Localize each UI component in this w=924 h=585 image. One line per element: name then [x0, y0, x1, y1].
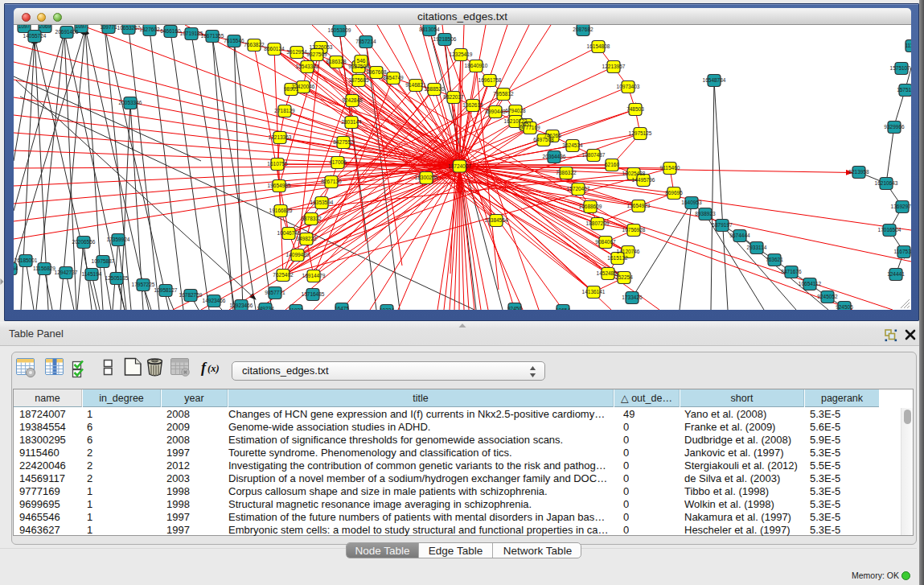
svg-text:763621: 763621: [766, 257, 783, 262]
svg-text:8267130: 8267130: [321, 179, 342, 184]
svg-text:10654112: 10654112: [799, 281, 822, 286]
svg-text:8878332: 8878332: [301, 216, 322, 221]
svg-text:13716485: 13716485: [302, 291, 325, 297]
svg-text:14120746: 14120746: [617, 249, 640, 254]
svg-text:18807299: 18807299: [586, 220, 610, 226]
svg-text:20364436: 20364436: [543, 154, 566, 159]
svg-text:16353594: 16353594: [310, 200, 334, 205]
svg-text:9115460: 9115460: [660, 165, 680, 171]
svg-text:2933114: 2933114: [747, 245, 767, 250]
svg-text:18640910: 18640910: [465, 63, 488, 68]
svg-text:2803144: 2803144: [341, 119, 362, 125]
svg-text:18300295: 18300295: [415, 175, 438, 180]
svg-text:1733426: 1733426: [622, 295, 643, 300]
svg-text:252254: 252254: [615, 274, 633, 280]
svg-text:6497508: 6497508: [533, 137, 554, 142]
svg-text:10756928: 10756928: [622, 227, 646, 233]
svg-text:3875685: 3875685: [348, 77, 369, 83]
svg-text:869695: 869695: [665, 190, 683, 196]
svg-text:10046748: 10046748: [277, 230, 301, 236]
svg-text:17957225: 17957225: [132, 282, 155, 287]
svg-text:10807487: 10807487: [582, 152, 606, 158]
svg-text:19384554: 19384554: [485, 217, 508, 223]
svg-text:7663822: 7663822: [244, 42, 265, 47]
svg-text:9245052: 9245052: [817, 294, 838, 299]
svg-text:11923: 11923: [289, 307, 303, 310]
svg-text:11156829: 11156829: [33, 266, 55, 271]
svg-text:2967608: 2967608: [366, 69, 387, 75]
svg-text:10653267: 10653267: [117, 25, 141, 31]
svg-text:16475: 16475: [335, 306, 349, 310]
svg-text:9242848: 9242848: [342, 97, 363, 103]
svg-text:8660124: 8660124: [264, 46, 285, 51]
svg-text:12975125: 12975125: [629, 130, 652, 136]
svg-text:14923466: 14923466: [203, 298, 226, 303]
svg-text:20053346: 20053346: [119, 100, 142, 105]
svg-text:14099489: 14099489: [286, 252, 310, 257]
svg-text:f: f: [201, 360, 207, 376]
svg-text:14055724: 14055724: [23, 33, 47, 39]
svg-text:109771: 109771: [100, 25, 117, 30]
svg-text:2718129: 2718129: [274, 108, 295, 113]
svg-text:11123: 11123: [905, 43, 911, 48]
svg-text:16210643: 16210643: [875, 180, 898, 186]
svg-text:19654985: 19654985: [268, 183, 291, 188]
svg-text:13692971: 13692971: [891, 204, 911, 209]
svg-text:1615132: 1615132: [607, 255, 628, 261]
svg-text:8990448: 8990448: [485, 109, 506, 114]
svg-text:8186328: 8186328: [326, 59, 347, 64]
svg-text:10973403: 10973403: [617, 84, 640, 89]
svg-text:7615546: 7615546: [224, 38, 244, 43]
svg-text:20691406: 20691406: [55, 29, 79, 35]
svg-text:2087682: 2087682: [573, 27, 593, 32]
svg-text:9674444: 9674444: [729, 233, 750, 238]
svg-text:3624534: 3624534: [562, 142, 583, 148]
svg-text:1588520: 1588520: [424, 86, 445, 92]
svg-text:19218506: 19218506: [433, 36, 457, 42]
svg-text:13226053: 13226053: [310, 44, 333, 50]
svg-text:15720407: 15720407: [567, 186, 590, 192]
svg-text:39154: 39154: [14, 266, 18, 271]
svg-text:1097: 1097: [76, 25, 88, 29]
svg-text:12213957: 12213957: [602, 64, 626, 69]
svg-text:10025438: 10025438: [622, 171, 646, 176]
svg-text:6466160: 6466160: [160, 28, 181, 34]
svg-text:98901: 98901: [284, 86, 298, 92]
svg-text:92450: 92450: [507, 306, 522, 310]
svg-text:15751074: 15751074: [890, 65, 911, 71]
svg-text:8322037: 8322037: [443, 94, 464, 100]
svg-text:18724007: 18724007: [448, 163, 471, 169]
svg-text:10543342: 10543342: [296, 64, 319, 69]
svg-text:1610755: 1610755: [267, 161, 288, 167]
svg-text:10654: 10654: [556, 307, 570, 310]
svg-text:16782759: 16782759: [179, 292, 203, 298]
svg-text:10958127: 10958127: [154, 287, 178, 293]
svg-text:7625402: 7625402: [273, 272, 294, 278]
svg-text:9327509: 9327509: [306, 51, 327, 57]
svg-text:8938923: 8938923: [695, 211, 716, 216]
svg-text:26185001: 26185001: [14, 257, 38, 263]
svg-text:12213363: 12213363: [269, 134, 292, 140]
svg-text:62160: 62160: [605, 162, 619, 167]
svg-text:8813054: 8813054: [419, 27, 440, 32]
svg-text:3912954: 3912954: [286, 49, 307, 55]
svg-text:16961758: 16961758: [478, 77, 502, 83]
svg-text:546: 546: [357, 58, 366, 64]
svg-text:924505: 924505: [836, 304, 853, 310]
svg-text:13654923: 13654923: [627, 203, 651, 208]
svg-text:157510: 157510: [897, 87, 911, 93]
svg-text:16671355: 16671355: [201, 33, 224, 39]
svg-text:149234: 149234: [257, 306, 274, 310]
svg-text:417006: 417006: [329, 159, 347, 165]
svg-text:6794028: 6794028: [505, 108, 526, 113]
svg-text:16914479: 16914479: [302, 273, 326, 278]
svg-text:10688609: 10688609: [579, 204, 602, 209]
svg-text:748503: 748503: [626, 106, 644, 112]
svg-text:8213958: 8213958: [848, 169, 869, 175]
svg-text:16154808: 16154808: [587, 43, 610, 49]
svg-text:14136141: 14136141: [582, 289, 606, 295]
svg-text:17016504: 17016504: [878, 227, 901, 233]
svg-text:9084067: 9084067: [595, 239, 616, 245]
svg-text:10719185: 10719185: [180, 31, 203, 36]
svg-text:1362615: 1362615: [462, 102, 483, 108]
